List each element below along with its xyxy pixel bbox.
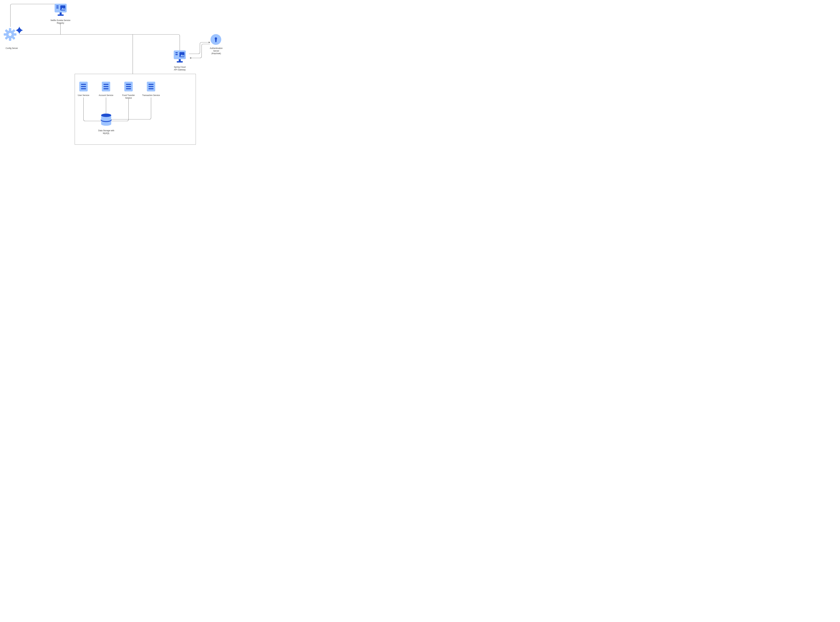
svg-rect-41 xyxy=(149,88,154,89)
svg-rect-4 xyxy=(4,33,6,36)
data-storage-label: Data Storage with MySQL xyxy=(97,130,116,135)
services-container xyxy=(75,74,196,145)
database-icon xyxy=(101,114,111,126)
svg-rect-20 xyxy=(175,54,178,55)
svg-point-45 xyxy=(101,114,111,117)
svg-point-47 xyxy=(101,122,111,126)
svg-rect-34 xyxy=(124,82,133,91)
svg-rect-38 xyxy=(147,82,155,91)
svg-rect-6 xyxy=(12,29,15,33)
svg-rect-5 xyxy=(14,33,17,36)
account-service-label: Account Service xyxy=(97,94,114,97)
svg-rect-35 xyxy=(126,84,131,85)
edge-user-to-db xyxy=(84,98,102,121)
auth-server-label: Authentication Server (Keycloak) xyxy=(208,47,225,55)
svg-rect-15 xyxy=(59,12,62,15)
svg-rect-36 xyxy=(126,86,131,87)
transaction-service-label: Transaction Service xyxy=(142,94,160,97)
svg-rect-8 xyxy=(5,29,8,33)
svg-rect-17 xyxy=(59,12,62,13)
svg-rect-32 xyxy=(103,86,108,87)
edge-gateway-to-auth xyxy=(189,42,210,54)
svg-point-42 xyxy=(101,114,111,117)
svg-rect-16 xyxy=(58,14,64,16)
user-service-label: User Service xyxy=(76,94,91,97)
database-icon-outline xyxy=(101,114,111,126)
svg-point-0 xyxy=(6,30,14,38)
edge-transaction-to-db xyxy=(111,98,151,119)
edge-bus-to-gateway xyxy=(19,35,180,50)
svg-rect-28 xyxy=(81,86,86,87)
svg-rect-13 xyxy=(56,8,59,8)
fund-transfer-service-label: Fund Transfer Service xyxy=(121,94,136,99)
svg-point-46 xyxy=(101,114,111,117)
svg-rect-23 xyxy=(177,61,183,63)
svg-rect-37 xyxy=(126,88,131,89)
svg-rect-39 xyxy=(149,84,154,85)
svg-rect-19 xyxy=(175,52,178,53)
svg-point-1 xyxy=(9,33,12,36)
auth-keyhole-icon xyxy=(210,34,221,45)
eureka-monitor-icon xyxy=(55,4,67,16)
user-service-icon xyxy=(79,82,88,91)
svg-rect-14 xyxy=(60,5,65,11)
transaction-service-icon xyxy=(147,82,155,91)
svg-rect-43 xyxy=(101,115,111,124)
config-server-icon xyxy=(1,25,23,43)
fund-transfer-service-icon xyxy=(124,82,133,91)
diagram-canvas: Config Server Netflix Eureka Service Reg… xyxy=(0,0,243,155)
svg-rect-30 xyxy=(102,82,110,91)
svg-point-44 xyxy=(101,122,111,126)
svg-rect-22 xyxy=(179,59,181,61)
svg-rect-29 xyxy=(81,88,86,89)
svg-rect-26 xyxy=(79,82,88,91)
svg-rect-2 xyxy=(9,28,11,31)
svg-point-25 xyxy=(215,37,217,40)
api-gateway-label: Spring Cloud API Gateway xyxy=(171,66,188,71)
api-gateway-monitor-icon xyxy=(174,50,186,63)
svg-rect-40 xyxy=(149,86,154,87)
svg-rect-12 xyxy=(56,6,59,6)
svg-rect-33 xyxy=(103,88,108,89)
svg-rect-3 xyxy=(9,38,11,41)
account-service-icon xyxy=(102,82,110,91)
svg-rect-11 xyxy=(55,4,67,12)
svg-rect-18 xyxy=(174,50,186,59)
diagram-svg xyxy=(0,0,243,155)
edge-auth-to-gateway xyxy=(190,44,210,58)
svg-rect-9 xyxy=(12,36,15,40)
svg-rect-31 xyxy=(103,84,108,85)
svg-point-10 xyxy=(9,33,12,36)
svg-rect-27 xyxy=(81,84,86,85)
eureka-label: Netflix Eureka Service Registry xyxy=(49,19,72,24)
svg-point-24 xyxy=(210,34,221,45)
svg-rect-21 xyxy=(180,52,184,57)
config-server-label: Config Server xyxy=(2,47,22,50)
edge-fund-to-db xyxy=(111,98,128,121)
svg-rect-7 xyxy=(5,36,8,40)
